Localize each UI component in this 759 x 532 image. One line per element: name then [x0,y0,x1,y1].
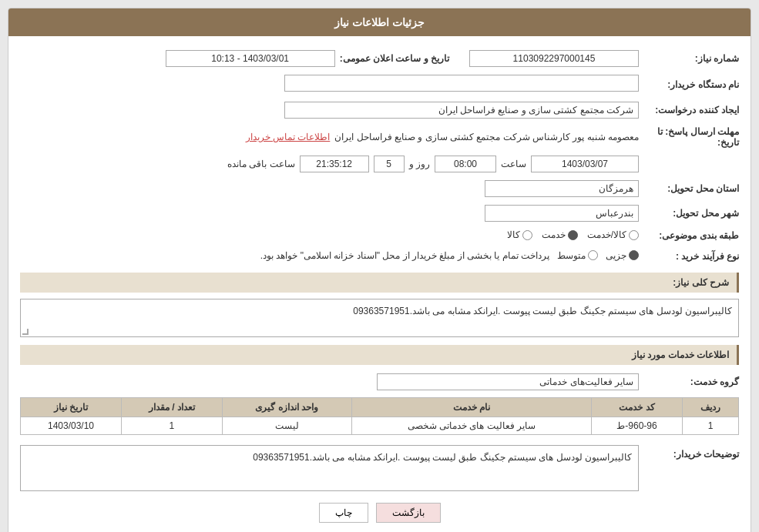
nam-dastgah-label: نام دستگاه خریدار: [639,79,739,90]
radio-kala[interactable]: کالا [507,229,532,240]
nam-dastgah-value [284,75,639,92]
tosifat-kharidar-value: کالیبراسیون لودسل های سیستم جکینگ طبق لی… [253,452,632,463]
shahr-value: بندرعباس [485,205,639,222]
ejad-konande-value: شرکت مجتمع کشتی سازی و صنایع فراساحل ایر… [284,102,639,119]
buttons-row: بازگشت چاپ [20,503,739,523]
tarikh-aalan-label: تاریخ و ساعت اعلان عمومی: [340,53,449,64]
radio-jozi-circle [629,250,639,260]
radio-kala-khadamat-circle [629,230,639,240]
mohlat-ersal-label: مهلت ارسال پاسخ: تا تاریخ: [639,126,739,148]
cell-tedad: 1 [122,417,223,435]
chap-button[interactable]: چاپ [319,503,368,523]
groh-khadamat-value: سایر فعالیت‌های خدماتی [377,373,639,390]
groh-khadamat-label: گروه خدمت: [639,376,739,387]
shomare-niaz-label: شماره نیاز: [639,53,739,64]
ettelaaat-khadamat-section: اطلاعات خدمات مورد نیاز [20,345,739,365]
radio-kala-circle [522,230,532,240]
col-radif: ردیف [682,398,738,417]
radio-khadamat[interactable]: خدمت [542,229,578,240]
radio-kala-khadamat-label: کالا/خدمت [587,229,626,240]
radio-jozi[interactable]: جزیی [606,250,639,261]
services-table: ردیف کد خدمت نام خدمت واحد اندازه گیری ت… [20,397,739,435]
ejad-konande-label: ایجاد کننده درخواست: [639,105,739,115]
roz-value: 5 [374,156,405,172]
cell-tarikh-niaz: 1403/03/10 [21,417,122,435]
radio-jozi-label: جزیی [606,250,626,261]
shomare-niaz-value: 1103092297000145 [469,50,639,67]
cell-vahed: لیست [222,417,351,435]
baghimandeh-label: ساعت باقی مانده [227,159,295,169]
tarikh-aalan-value: 1403/03/01 - 10:13 [166,50,335,67]
tosifat-kharidar-box: کالیبراسیون لودسل های سیستم جکینگ طبق لی… [20,445,639,491]
radio-khadamat-circle [568,230,578,240]
page-title: جزئیات اطلاعات نیاز [8,8,751,36]
bazgasht-button[interactable]: بازگشت [376,503,441,523]
nove-faraind-label: نوع فرآیند خرید : [639,251,739,262]
saat-label: ساعت [501,159,526,169]
saat-value: 08:00 [435,156,496,172]
radio-motavaset-label: متوسط [557,250,586,261]
ostan-value: هرمزگان [485,180,639,197]
tabaqeh-label: طبقه بندی موضوعی: [639,230,739,241]
radio-motavaset[interactable]: متوسط [557,250,598,261]
radio-khadamat-label: خدمت [542,229,566,240]
nove-faraind-radio-group: جزیی متوسط پرداخت تمام یا بخشی از مبلغ خ… [260,250,639,261]
tosifat-kharidar-label: توضیحات خریدار: [639,445,739,460]
col-nam-khadamat: نام خدمت [351,398,592,417]
ostan-label: استان محل تحویل: [639,183,739,194]
date-value: 1403/03/07 [531,156,639,172]
radio-kala-label: کالا [507,229,520,240]
baghimandeh-value: 21:35:12 [300,156,369,172]
sharh-koly-niaz-section: شرح کلی نیاز: [20,273,739,293]
cell-kod-khadamat: 960-96-ط [592,417,683,435]
shahr-label: شهر محل تحویل: [639,208,739,219]
resize-handle [22,329,29,335]
radio-pardakht-label: پرداخت تمام یا بخشی از مبلغ خریدار از مح… [260,250,549,261]
cell-radif: 1 [682,417,738,435]
roz-label: روز و [409,159,430,169]
radio-motavaset-circle [588,250,598,260]
contact-info-link[interactable]: اطلاعات تماس خریدار [246,132,331,142]
table-row: 1 960-96-ط سایر فعالیت های خدماتی شخصی ل… [21,417,739,435]
radio-kala-khadamat[interactable]: کالا/خدمت [587,229,639,240]
col-tedad-megdar: تعداد / مقدار [122,398,223,417]
sharh-koly-niaz-box: کالیبراسیون لودسل های سیستم جکینگ طبق لی… [20,299,739,337]
sharh-koly-niaz-value: کالیبراسیون لودسل های سیستم جکینگ طبق لی… [353,306,732,316]
tabaqeh-radio-group: کالا/خدمت خدمت کالا [507,229,639,240]
col-vahed-andazegiri: واحد اندازه گیری [222,398,351,417]
col-tarikh-niaz: تاریخ نیاز [21,398,122,417]
col-kod-khadamat: کد خدمت [592,398,683,417]
mohlat-ersal-value: معصومه شنبه پور کارشناس شرکت مجتمع کشتی … [334,132,639,142]
cell-nam-khadamat: سایر فعالیت های خدماتی شخصی [351,417,592,435]
